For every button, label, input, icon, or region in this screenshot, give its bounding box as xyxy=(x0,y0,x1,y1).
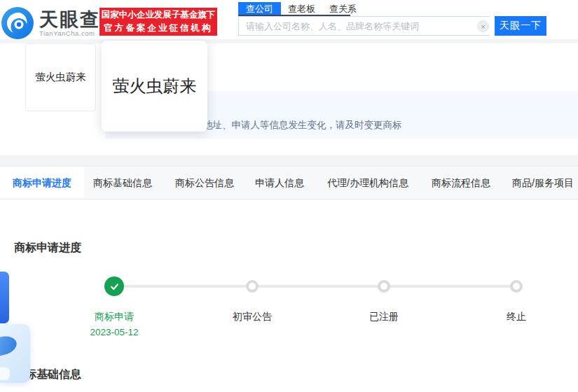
timeline-step-dot xyxy=(510,280,523,293)
timeline-step-dot xyxy=(378,280,390,293)
tianyancha-logo[interactable]: 天眼查 TianYanCha.com xyxy=(1,7,100,39)
search-tab-company[interactable]: 查公司 xyxy=(238,2,281,15)
tab-applicant-info[interactable]: 申请人信息 xyxy=(255,167,304,199)
trademark-image-preview-popup: 萤火虫蔚来 xyxy=(102,41,207,132)
timeline-step-label: 已注册 xyxy=(369,311,399,323)
floating-side-handle[interactable] xyxy=(0,272,9,323)
tab-application-progress[interactable]: 商标申请进度 xyxy=(0,167,84,199)
trademark-name-small: 萤火虫蔚来 xyxy=(35,71,86,84)
check-icon xyxy=(109,281,120,292)
timeline-step-label: 初审公告 xyxy=(233,311,272,323)
brand-name: 天眼查 xyxy=(39,10,100,29)
timeline-step-label: 终止 xyxy=(507,311,526,323)
search-input[interactable] xyxy=(238,16,490,36)
clear-search-icon[interactable]: × xyxy=(477,20,489,32)
tab-basic-info[interactable]: 商标基础信息 xyxy=(93,167,152,199)
tab-announcement-info[interactable]: 商标公告信息 xyxy=(175,167,234,199)
badge-line2: 官方备案企业征信机构 xyxy=(104,22,213,35)
search-tab-relation[interactable]: 查关系 xyxy=(322,2,364,15)
notice-text: 地址、申请人等信息发生变化，请及时变更商标 xyxy=(203,119,402,132)
official-certification-badge: 国家中小企业发展子基金旗下 官方备案企业征信机构 xyxy=(99,8,217,36)
detail-tabbar: 商标申请进度 商标基础信息 商标公告信息 申请人信息 代理/办理机构信息 商标流… xyxy=(0,166,578,200)
tianyancha-logo-icon xyxy=(1,7,34,39)
section-gap xyxy=(0,155,578,166)
tab-agency-info[interactable]: 代理/办理机构信息 xyxy=(327,167,408,199)
tab-process-info[interactable]: 商标流程信息 xyxy=(432,167,490,199)
tab-goods-services[interactable]: 商品/服务项目 xyxy=(512,167,574,199)
brand-domain: TianYanCha.com xyxy=(39,29,100,37)
timeline-step-done-icon xyxy=(104,276,124,296)
timeline-step-date: 2023-05-12 xyxy=(90,327,138,337)
trademark-image-thumbnail[interactable]: 萤火虫蔚来 xyxy=(25,43,96,111)
floating-widget[interactable] xyxy=(0,324,30,383)
search-tab-boss[interactable]: 查老板 xyxy=(281,2,322,15)
floating-widget-notch xyxy=(0,368,10,380)
search-button[interactable]: 天眼一下 xyxy=(495,16,546,36)
floating-widget-icon xyxy=(0,334,19,358)
badge-line1: 国家中小企业发展子基金旗下 xyxy=(102,8,216,22)
timeline-track xyxy=(114,285,516,288)
progress-section-title: 商标申请进度 xyxy=(14,241,81,255)
timeline-step-label: 商标申请 xyxy=(95,311,134,323)
trademark-name-large: 萤火虫蔚来 xyxy=(113,75,197,97)
timeline-step-dot xyxy=(246,280,259,293)
search-tabs: 查公司 查老板 查关系 xyxy=(238,2,364,15)
header: 天眼查 TianYanCha.com 国家中小企业发展子基金旗下 官方备案企业征… xyxy=(0,0,578,39)
